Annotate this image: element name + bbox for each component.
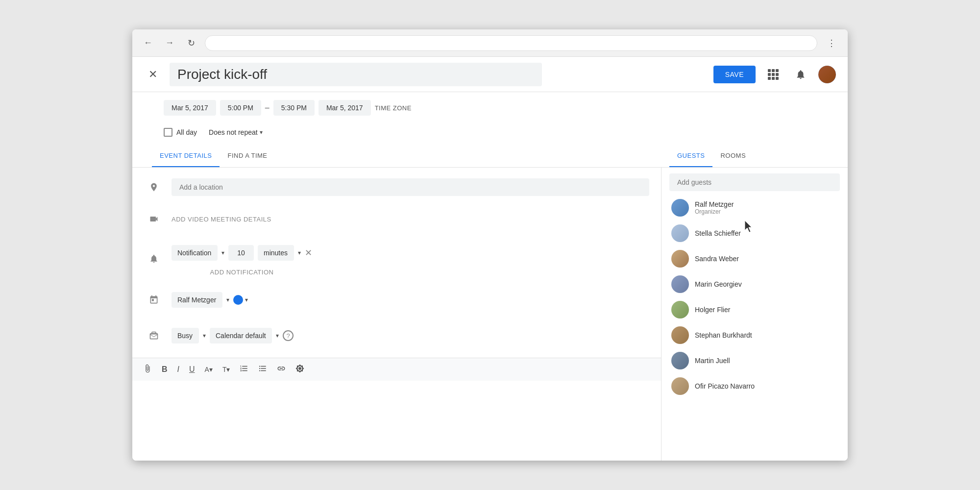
guest-item-stephan: Stephan Burkhardt xyxy=(669,322,840,348)
calendar-icon xyxy=(144,290,164,310)
event-title-input[interactable] xyxy=(170,63,542,86)
repeat-dropdown[interactable]: Does not repeat ▾ xyxy=(205,125,267,139)
notification-unit-select[interactable]: minutes hours days xyxy=(258,245,294,261)
guest-avatar-ralf xyxy=(671,199,689,217)
briefcase-icon xyxy=(144,326,164,345)
clear-format-button[interactable] xyxy=(293,362,307,377)
left-panel: ADD VIDEO MEETING DETAILS xyxy=(132,168,662,461)
calendar-color-button[interactable]: ▾ xyxy=(233,295,248,305)
user-avatar[interactable] xyxy=(818,66,836,83)
bell-row-icon xyxy=(144,249,164,269)
guest-name-stephan: Stephan Burkhardt xyxy=(695,331,838,339)
browser-menu-button[interactable]: ⋮ xyxy=(823,36,840,50)
unordered-list-button[interactable] xyxy=(255,362,270,377)
right-panel: Ralf Metzger Organizer Stella Schieffer xyxy=(662,168,848,461)
guest-avatar-holger xyxy=(671,301,689,318)
guest-item-holger: Holger Flier xyxy=(669,297,840,322)
save-button[interactable]: SAVE xyxy=(713,66,756,83)
calendar-owner-select[interactable]: Ralf Metzger xyxy=(172,292,222,308)
right-tabs: GUESTS ROOMS xyxy=(662,145,848,167)
guest-info-marin: Marin Georgiev xyxy=(695,280,838,288)
allday-label: All day xyxy=(176,128,197,136)
allday-checkbox-label[interactable]: All day xyxy=(164,128,197,137)
grid-icon xyxy=(768,69,779,80)
tab-event-details[interactable]: EVENT DETAILS xyxy=(152,145,220,167)
guest-item-stella: Stella Schieffer xyxy=(669,220,840,246)
guest-avatar-marin xyxy=(671,275,689,293)
add-video-button[interactable]: ADD VIDEO MEETING DETAILS xyxy=(172,216,271,223)
add-guests-input[interactable] xyxy=(669,173,840,191)
reload-button[interactable]: ↻ xyxy=(183,35,199,51)
guest-name-ralf: Ralf Metzger xyxy=(695,200,838,208)
timezone-button[interactable]: TIME ZONE xyxy=(375,104,412,112)
guest-name-stella: Stella Schieffer xyxy=(695,229,838,237)
guest-name-sandra: Sandra Weber xyxy=(695,255,838,263)
repeat-chevron: ▾ xyxy=(260,129,263,136)
notifications-button[interactable] xyxy=(791,65,810,84)
calendar-color-dot xyxy=(233,295,243,305)
start-date-button[interactable]: Mar 5, 2017 xyxy=(164,100,216,116)
status-chevron: ▾ xyxy=(203,332,206,339)
end-time-button[interactable]: 5:30 PM xyxy=(273,100,315,116)
guest-info-ralf: Ralf Metzger Organizer xyxy=(695,200,838,215)
calendar-owner-chevron: ▾ xyxy=(226,296,229,303)
guest-item-marin: Marin Georgiev xyxy=(669,271,840,297)
link-button[interactable] xyxy=(274,362,289,377)
guest-item-sandra: Sandra Weber xyxy=(669,246,840,271)
apps-button[interactable] xyxy=(763,65,783,84)
guest-avatar-stella xyxy=(671,224,689,242)
visibility-select[interactable]: Calendar default Public Private xyxy=(210,328,272,343)
allday-checkbox[interactable] xyxy=(164,128,172,137)
guest-info-sandra: Sandra Weber xyxy=(695,255,838,263)
guest-role-ralf: Organizer xyxy=(695,208,838,215)
ordered-list-button[interactable] xyxy=(237,362,251,377)
guest-info-stella: Stella Schieffer xyxy=(695,229,838,237)
add-notification-button[interactable]: ADD NOTIFICATION xyxy=(172,269,312,276)
notification-type-select[interactable]: Notification Email xyxy=(172,245,218,261)
browser-toolbar: ← → ↻ ⋮ xyxy=(132,29,848,57)
guest-avatar-ofir xyxy=(671,377,689,395)
app-content: ✕ SAVE xyxy=(132,57,848,461)
attach-button[interactable] xyxy=(140,362,155,377)
notif-unit-chevron: ▾ xyxy=(298,249,301,256)
ul-icon xyxy=(258,364,267,373)
notification-value-input[interactable] xyxy=(228,245,254,261)
bold-button[interactable]: B xyxy=(159,363,171,376)
attach-icon xyxy=(143,364,152,373)
guest-avatar-stephan xyxy=(671,326,689,344)
time-dash: – xyxy=(265,103,270,112)
end-date-button[interactable]: Mar 5, 2017 xyxy=(318,100,371,116)
visibility-chevron: ▾ xyxy=(276,332,279,339)
italic-button[interactable]: I xyxy=(174,363,182,376)
description-toolbar: B I U A▾ T▾ xyxy=(132,358,661,381)
remove-notification-button[interactable]: ✕ xyxy=(305,247,312,258)
underline-button[interactable]: U xyxy=(186,363,198,376)
text-color-button[interactable]: A▾ xyxy=(202,364,216,375)
address-bar[interactable] xyxy=(205,35,817,51)
guest-info-ofir: Ofir Picazo Navarro xyxy=(695,382,838,390)
back-button[interactable]: ← xyxy=(140,35,156,51)
clear-icon xyxy=(295,364,304,373)
guest-item-ofir: Ofir Picazo Navarro xyxy=(669,373,840,399)
forward-button[interactable]: → xyxy=(162,35,177,51)
guest-name-holger: Holger Flier xyxy=(695,306,838,314)
color-chevron: ▾ xyxy=(245,296,248,303)
guest-info-martin: Martin Juell xyxy=(695,357,838,365)
avatar-image xyxy=(818,66,836,83)
start-time-button[interactable]: 5:00 PM xyxy=(220,100,261,116)
guest-info-holger: Holger Flier xyxy=(695,306,838,314)
guest-avatar-sandra xyxy=(671,250,689,268)
tab-rooms[interactable]: ROOMS xyxy=(712,145,754,167)
help-icon[interactable]: ? xyxy=(283,330,294,341)
text-format-button[interactable]: T▾ xyxy=(220,364,233,375)
status-select[interactable]: Busy Free xyxy=(172,328,199,343)
tab-find-time[interactable]: FIND A TIME xyxy=(220,145,275,167)
guest-item-martin: Martin Juell xyxy=(669,348,840,373)
calendar-row: Ralf Metzger ▾ ▾ xyxy=(144,282,649,318)
guest-list: Ralf Metzger Organizer Stella Schieffer xyxy=(669,195,840,399)
tab-guests[interactable]: GUESTS xyxy=(669,145,712,167)
location-input[interactable] xyxy=(172,178,649,196)
close-button[interactable]: ✕ xyxy=(144,66,162,83)
status-row: Busy Free ▾ Calendar default Public Priv… xyxy=(144,318,649,354)
calendar-selector: Ralf Metzger ▾ ▾ xyxy=(172,288,248,312)
